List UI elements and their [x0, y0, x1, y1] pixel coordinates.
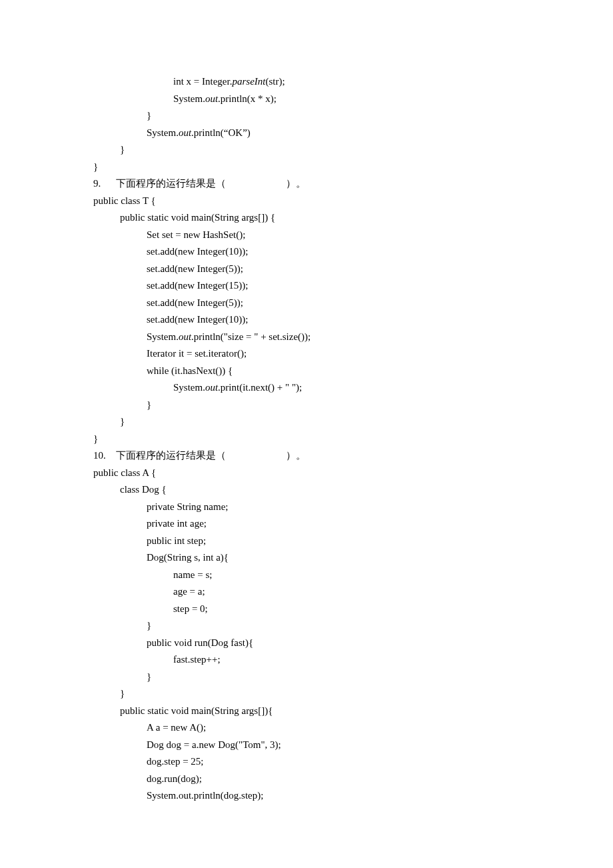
code-segment: private int age; [147, 518, 207, 529]
code-line: set.add(new Integer(5)); [93, 295, 520, 312]
code-line: } [93, 107, 520, 125]
code-segment: } [120, 144, 125, 155]
code-line: public class A { [93, 465, 520, 482]
intro-code-block: int x = Integer.parseInt(str);System.out… [93, 73, 520, 175]
question: 9.下面程序的运行结果是（ ）。public class T {public s… [93, 175, 520, 447]
code-segment: set.add(new Integer(15)); [147, 280, 248, 291]
code-segment: (str); [265, 76, 285, 87]
code-segment: fast.step++; [173, 654, 221, 665]
code-segment: out [205, 93, 218, 104]
code-segment: out [179, 127, 191, 138]
code-segment: age = a; [173, 586, 205, 597]
code-segment: Dog(String s, int a){ [147, 552, 229, 563]
code-line: Dog(String s, int a){ [93, 549, 520, 567]
code-line: while (it.hasNext()) { [93, 363, 520, 380]
question-prefix: 下面程序的运行结果是（ [116, 450, 226, 461]
code-line: int x = Integer.parseInt(str); [93, 73, 520, 91]
code-segment: } [147, 620, 151, 631]
code-segment: A a = new A(); [147, 722, 206, 733]
question: 10.下面程序的运行结果是（ ）。public class A {class D… [93, 447, 520, 805]
code-line: } [93, 685, 520, 703]
code-segment: class Dog { [120, 484, 167, 495]
answer-blank[interactable] [226, 450, 286, 461]
code-segment: set.add(new Integer(10)); [147, 314, 248, 325]
code-line: } [93, 159, 520, 176]
code-line: } [93, 141, 520, 159]
question-text: 下面程序的运行结果是（ ）。 [116, 447, 306, 465]
question-text: 下面程序的运行结果是（ ）。 [116, 175, 306, 193]
code-segment: int x = Integer. [173, 76, 232, 87]
code-segment: while (it.hasNext()) { [147, 365, 233, 376]
code-line: System.out.println("size = " + set.size(… [93, 329, 520, 346]
question-number: 10. [93, 447, 116, 465]
question-suffix: ）。 [286, 178, 306, 189]
code-segment: set.add(new Integer(5)); [147, 297, 243, 308]
answer-blank[interactable] [226, 178, 286, 189]
code-segment: parseInt [232, 76, 265, 87]
code-line: private int age; [93, 515, 520, 533]
code-segment: } [120, 688, 125, 699]
code-line: Set set = new HashSet(); [93, 227, 520, 244]
code-line: fast.step++; [93, 651, 520, 669]
code-segment: System. [147, 127, 179, 138]
code-segment: Set set = new HashSet(); [147, 229, 245, 240]
code-line: } [93, 397, 520, 414]
question-number: 9. [93, 175, 116, 193]
code-line: private String name; [93, 499, 520, 516]
code-line: public static void main(String args[]){ [93, 703, 520, 720]
questions-container: 9.下面程序的运行结果是（ ）。public class T {public s… [93, 175, 520, 805]
question-prefix: 下面程序的运行结果是（ [116, 178, 226, 189]
code-line: System.out.println(dog.step); [93, 787, 520, 805]
code-line: System.out.println(“OK”) [93, 125, 520, 142]
code-segment: } [147, 671, 151, 682]
code-segment: dog.step = 25; [147, 756, 204, 767]
code-segment: System. [173, 93, 205, 104]
code-segment: public class T { [93, 195, 156, 206]
code-line: Iterator it = set.iterator(); [93, 345, 520, 363]
code-line: } [93, 431, 520, 448]
code-line: set.add(new Integer(10)); [93, 243, 520, 261]
code-segment: public static void main(String args[]) { [120, 212, 275, 223]
code-block: public class A {class Dog {private Strin… [93, 465, 520, 805]
code-segment: .print(it.next() + " "); [218, 382, 302, 393]
code-segment: public void run(Dog fast){ [147, 637, 253, 648]
code-segment: System. [147, 331, 179, 342]
question-suffix: ）。 [286, 450, 306, 461]
code-segment: set.add(new Integer(5)); [147, 263, 243, 274]
code-line: dog.run(dog); [93, 771, 520, 788]
code-line: step = 0; [93, 601, 520, 618]
code-line: System.out.println(x * x); [93, 91, 520, 108]
code-segment: System.out.println(dog.step); [147, 790, 263, 801]
code-segment: } [93, 433, 98, 444]
code-segment: set.add(new Integer(10)); [147, 246, 248, 257]
code-line: } [93, 617, 520, 635]
code-segment: public static void main(String args[]){ [120, 705, 273, 716]
code-line: dog.step = 25; [93, 753, 520, 771]
code-segment: step = 0; [173, 603, 208, 614]
code-segment: Dog dog = a.new Dog("Tom", 3); [147, 739, 281, 750]
code-segment: out [179, 331, 191, 342]
code-segment: Iterator it = set.iterator(); [147, 348, 247, 359]
code-segment: private String name; [147, 501, 228, 512]
question-prompt: 10.下面程序的运行结果是（ ）。 [93, 447, 520, 465]
code-segment: name = s; [173, 569, 212, 580]
code-line: public static void main(String args[]) { [93, 209, 520, 227]
code-segment: .println(“OK”) [191, 127, 251, 138]
code-line: Dog dog = a.new Dog("Tom", 3); [93, 737, 520, 754]
code-segment: } [147, 110, 151, 121]
code-line: public void run(Dog fast){ [93, 635, 520, 652]
code-segment: .println(x * x); [218, 93, 277, 104]
code-segment: } [147, 399, 151, 410]
code-line: set.add(new Integer(10)); [93, 311, 520, 329]
question-prompt: 9.下面程序的运行结果是（ ）。 [93, 175, 520, 193]
code-segment: .println("size = " + set.size()); [191, 331, 310, 342]
code-line: A a = new A(); [93, 719, 520, 737]
code-segment: } [93, 161, 98, 172]
code-line: set.add(new Integer(5)); [93, 261, 520, 278]
code-line: age = a; [93, 583, 520, 601]
code-line: public int step; [93, 533, 520, 550]
code-segment: dog.run(dog); [147, 773, 202, 784]
document-page: int x = Integer.parseInt(str);System.out… [0, 0, 613, 868]
code-line: System.out.print(it.next() + " "); [93, 379, 520, 397]
code-segment: public int step; [147, 535, 206, 546]
